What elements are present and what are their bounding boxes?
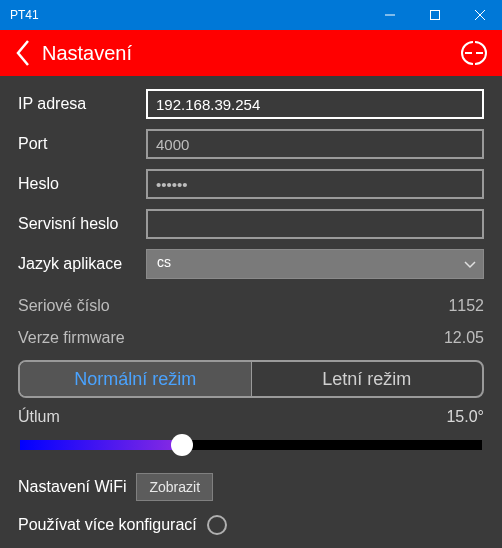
password-label: Heslo [18, 175, 146, 193]
back-button[interactable] [8, 39, 38, 67]
svg-rect-1 [430, 11, 439, 20]
port-input[interactable] [146, 129, 484, 159]
brand-icon [460, 40, 488, 66]
mode-normal[interactable]: Normální režim [20, 362, 252, 396]
wifi-show-button[interactable]: Zobrazit [136, 473, 213, 501]
slider-fill [20, 440, 182, 450]
attenuation-value: 15.0° [446, 408, 484, 426]
window-title: PT41 [10, 8, 367, 22]
wifi-label: Nastavení WiFi [18, 478, 126, 496]
mode-segmented: Normální režim Letní režim [18, 360, 484, 398]
language-select[interactable]: cs [146, 249, 484, 279]
attenuation-label: Útlum [18, 408, 446, 426]
ip-input[interactable] [146, 89, 484, 119]
multi-config-radio[interactable] [207, 515, 227, 535]
serial-value: 1152 [448, 297, 484, 315]
serial-label: Seriové číslo [18, 297, 448, 315]
mode-summer[interactable]: Letní režim [252, 362, 483, 396]
minimize-button[interactable] [367, 0, 412, 30]
ip-label: IP adresa [18, 95, 146, 113]
multi-config-label: Používat více konfigurací [18, 516, 197, 534]
close-button[interactable] [457, 0, 502, 30]
firmware-value: 12.05 [444, 329, 484, 347]
service-password-input[interactable] [146, 209, 484, 239]
attenuation-slider[interactable] [20, 436, 482, 454]
port-label: Port [18, 135, 146, 153]
language-label: Jazyk aplikace [18, 255, 146, 273]
app-header: Nastavení [0, 30, 502, 76]
service-password-label: Servisní heslo [18, 215, 146, 233]
maximize-button[interactable] [412, 0, 457, 30]
firmware-label: Verze firmware [18, 329, 444, 347]
slider-thumb[interactable] [171, 434, 193, 456]
password-input[interactable] [146, 169, 484, 199]
page-title: Nastavení [42, 42, 460, 65]
